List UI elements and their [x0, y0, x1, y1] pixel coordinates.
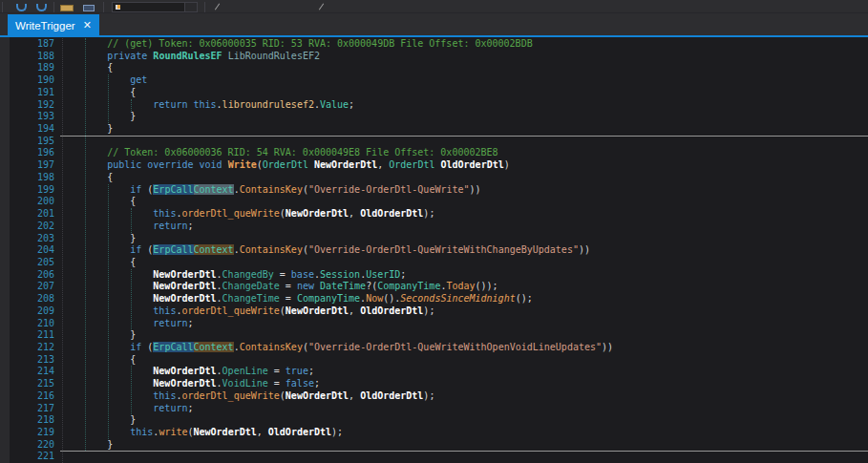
code-text: {: [61, 354, 136, 367]
line-number: 193: [0, 111, 54, 123]
line-number: 188: [0, 51, 54, 63]
code-line[interactable]: 213 {: [0, 354, 868, 367]
code-line[interactable]: 205 {: [0, 257, 868, 269]
code-text: return;: [61, 221, 193, 233]
code-line[interactable]: 204 if (ErpCallContext.ContainsKey("Over…: [0, 244, 868, 257]
code-line[interactable]: 209 this.orderDtl_queWrite(NewOrderDtl, …: [0, 305, 868, 318]
line-number: 215: [0, 378, 54, 390]
code-line[interactable]: 195: [0, 136, 868, 148]
code-text: if (ErpCallContext.ContainsKey("Override…: [61, 342, 613, 354]
code-line[interactable]: 200 {: [0, 196, 868, 208]
code-text: }: [61, 111, 136, 123]
member-separator-line: [60, 451, 868, 452]
code-text: NewOrderDtl.OpenLine = true;: [61, 366, 314, 378]
code-line[interactable]: 188 private RoundRulesEF LibRoundRulesEF…: [0, 51, 868, 63]
code-line[interactable]: 206 NewOrderDtl.ChangedBy = base.Session…: [0, 269, 868, 282]
tab-writetrigger[interactable]: WriteTrigger ✕: [8, 14, 99, 36]
code-line[interactable]: 211 }: [0, 329, 868, 342]
code-text: {: [61, 257, 136, 269]
code-text: NewOrderDtl.ChangeTime = CompanyTime.Now…: [61, 293, 533, 305]
code-line[interactable]: 201 this.orderDtl_queWrite(NewOrderDtl, …: [0, 208, 868, 221]
code-line[interactable]: 194 }: [0, 123, 868, 136]
nav-forward-icon[interactable]: [36, 4, 47, 11]
line-number: 214: [0, 366, 54, 378]
code-line[interactable]: 216 this.orderDtl_queWrite(NewOrderDtl, …: [0, 390, 868, 403]
code-line[interactable]: 220 }: [0, 439, 868, 452]
code-line[interactable]: 190 get: [0, 74, 868, 87]
code-line[interactable]: 198 {: [0, 172, 868, 184]
code-line[interactable]: 187 // (get) Token: 0x06000035 RID: 53 R…: [0, 38, 868, 51]
tab-strip: WriteTrigger ✕: [0, 12, 868, 35]
line-number: 213: [0, 354, 54, 367]
code-line[interactable]: 196 // Token: 0x06000036 RID: 54 RVA: 0x…: [0, 147, 868, 159]
code-line[interactable]: 203 }: [0, 233, 868, 245]
code-line[interactable]: 208 NewOrderDtl.ChangeTime = CompanyTime…: [0, 293, 868, 305]
code-editor[interactable]: 187 // (get) Token: 0x06000035 RID: 53 R…: [0, 37, 868, 463]
code-line[interactable]: 221: [0, 451, 868, 463]
chevron-down-icon[interactable]: [184, 3, 197, 11]
code-text: NewOrderDtl.ChangeDate = new DateTime?(C…: [61, 281, 498, 293]
code-line[interactable]: 197 public override void Write(OrderDtl …: [0, 159, 868, 172]
save-icon[interactable]: [83, 5, 95, 11]
code-text: }: [61, 414, 136, 427]
code-text: NewOrderDtl.ChangedBy = base.Session.Use…: [61, 269, 406, 282]
line-number: 200: [0, 196, 54, 208]
code-text: {: [61, 196, 136, 208]
code-line[interactable]: 219 this.write(NewOrderDtl, OldOrderDtl)…: [0, 427, 868, 439]
code-text: return;: [61, 403, 193, 415]
line-number: 206: [0, 269, 54, 282]
toolbar-separator: [2, 2, 3, 12]
line-number: 220: [0, 439, 54, 452]
line-number: 196: [0, 147, 54, 159]
line-number: 190: [0, 74, 54, 87]
line-number: 208: [0, 293, 54, 305]
code-text: this.orderDtl_queWrite(NewOrderDtl, OldO…: [61, 390, 434, 403]
line-number: 187: [0, 38, 54, 51]
code-line[interactable]: 202 return;: [0, 221, 868, 233]
cropped-icon-fragment-2[interactable]: [319, 3, 324, 10]
open-file-icon[interactable]: [60, 5, 74, 11]
line-number: 189: [0, 62, 54, 74]
code-text: this.orderDtl_queWrite(NewOrderDtl, OldO…: [61, 208, 434, 221]
toolbar-separator: [103, 2, 104, 12]
assembly-icon: [116, 5, 120, 10]
assembly-selector-combobox[interactable]: [112, 2, 198, 12]
code-line[interactable]: 189 {: [0, 62, 868, 74]
line-number: 205: [0, 257, 54, 269]
line-number: 202: [0, 221, 54, 233]
line-number: 219: [0, 427, 54, 439]
toolbar-separator: [53, 2, 54, 12]
toolbar-separator: [204, 2, 205, 12]
code-line[interactable]: 217 return;: [0, 403, 868, 415]
code-line[interactable]: 212 if (ErpCallContext.ContainsKey("Over…: [0, 342, 868, 354]
line-number: 197: [0, 159, 54, 172]
line-number: 211: [0, 329, 54, 342]
code-text: this.orderDtl_queWrite(NewOrderDtl, OldO…: [61, 305, 434, 318]
code-line[interactable]: 214 NewOrderDtl.OpenLine = true;: [0, 366, 868, 378]
code-text: this.write(NewOrderDtl, OldOrderDtl);: [61, 427, 343, 439]
line-number: 210: [0, 318, 54, 330]
code-line[interactable]: 210 return;: [0, 318, 868, 330]
line-number: 218: [0, 414, 54, 427]
code-line[interactable]: 193 }: [0, 111, 868, 123]
code-line[interactable]: 218 }: [0, 414, 868, 427]
close-icon[interactable]: ✕: [83, 20, 92, 31]
code-line[interactable]: 215 NewOrderDtl.VoidLine = false;: [0, 378, 868, 390]
line-number: 192: [0, 99, 54, 112]
code-line[interactable]: 207 NewOrderDtl.ChangeDate = new DateTim…: [0, 281, 868, 293]
line-number: 203: [0, 233, 54, 245]
code-line[interactable]: 192 return this.libroundrulesef2.Value;: [0, 99, 868, 112]
code-line[interactable]: 191 {: [0, 87, 868, 99]
code-text: {: [61, 87, 136, 99]
code-text: return this.libroundrulesef2.Value;: [61, 99, 354, 112]
line-number: 201: [0, 208, 54, 221]
code-text: }: [61, 439, 113, 452]
line-number: 221: [0, 451, 54, 463]
decompiler-window: WriteTrigger ✕ 187 // (get) Token: 0x060…: [0, 0, 868, 463]
member-separator-line: [60, 136, 868, 137]
line-number: 194: [0, 123, 54, 136]
code-line[interactable]: 199 if (ErpCallContext.ContainsKey("Over…: [0, 184, 868, 197]
nav-back-icon[interactable]: [16, 4, 27, 11]
code-text: // Token: 0x06000036 RID: 54 RVA: 0x0000…: [61, 147, 498, 159]
cropped-icon-fragment-1[interactable]: [215, 3, 220, 10]
